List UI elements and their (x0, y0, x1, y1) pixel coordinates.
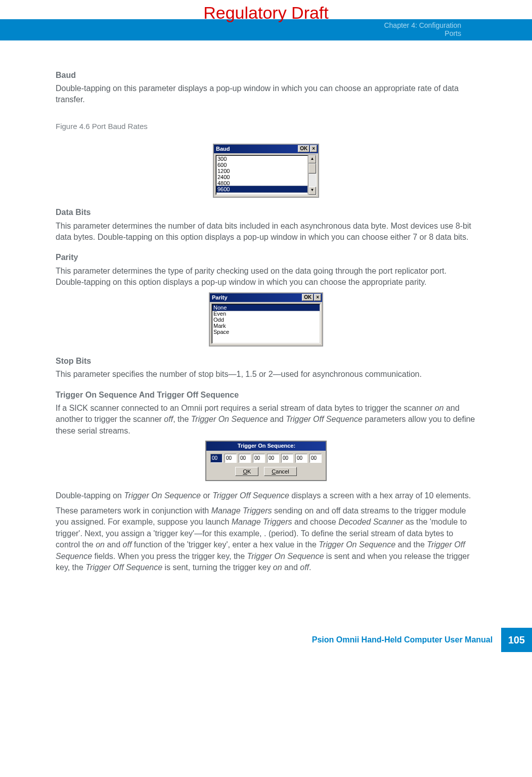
hex-input[interactable] (295, 454, 307, 463)
databits-heading: Data Bits (56, 207, 476, 218)
close-button[interactable]: × (314, 294, 321, 301)
trigger-after-p2: These parameters work in conjunction wit… (56, 505, 476, 573)
trigger-heading: Trigger On Sequence And Trigger Off Sequ… (56, 390, 476, 401)
list-item[interactable]: Mark (212, 323, 320, 329)
section-label: Ports (445, 29, 461, 37)
stopbits-text: This parameter specifies the number of s… (56, 369, 476, 380)
baud-titlebar: Baud OK × (214, 145, 318, 153)
hex-input[interactable] (267, 454, 279, 463)
baud-text: Double-tapping on this parameter display… (56, 83, 476, 106)
stopbits-heading: Stop Bits (56, 356, 476, 367)
list-item[interactable]: 300 (216, 156, 307, 162)
baud-dialog: Baud OK × 300 600 1200 2400 4800 9600 ▲ … (213, 144, 319, 198)
trigger-text1: If a SICK scanner connected to an Omnii … (56, 403, 476, 437)
hex-row (206, 451, 326, 466)
list-item[interactable]: Odd (212, 317, 320, 323)
close-button[interactable]: × (310, 145, 317, 152)
scroll-up-icon[interactable]: ▲ (308, 155, 316, 163)
databits-text: This parameter determines the number of … (56, 221, 476, 243)
page-number: 105 (501, 628, 532, 652)
trigger-dialog: Trigger On Sequence: OK Cancel (205, 441, 327, 481)
parity-text: This parameter determines the type of pa… (56, 266, 476, 288)
list-item[interactable]: 600 (216, 162, 307, 168)
hex-input[interactable] (281, 454, 293, 463)
ok-button[interactable]: OK (302, 294, 314, 301)
list-item[interactable]: 9600 (216, 186, 308, 193)
baud-title: Baud (215, 145, 297, 153)
baud-listbox[interactable]: 300 600 1200 2400 4800 9600 ▲ ▼ (215, 155, 317, 195)
trigger-title: Trigger On Sequence: (207, 442, 325, 450)
list-item[interactable]: None (212, 304, 320, 311)
scroll-track[interactable] (308, 174, 316, 187)
footer-text: Psion Omnii Hand-Held Computer User Manu… (312, 634, 493, 645)
ok-button[interactable]: OK (235, 467, 258, 476)
hex-input[interactable] (253, 454, 265, 463)
hex-input[interactable] (210, 454, 223, 463)
parity-dialog: Parity OK × None Even Odd Mark Space (209, 292, 323, 347)
parity-titlebar: Parity OK × (210, 293, 322, 302)
parity-listbox[interactable]: None Even Odd Mark Space (211, 304, 321, 344)
trigger-after-p1: Double-tapping on Trigger On Sequence or… (56, 490, 476, 501)
parity-title: Parity (211, 294, 301, 301)
ok-button[interactable]: OK (298, 145, 309, 152)
list-item[interactable]: 1200 (216, 168, 307, 174)
list-item[interactable]: 2400 (216, 174, 307, 180)
scroll-thumb[interactable] (308, 163, 316, 174)
scroll-down-icon[interactable]: ▼ (308, 187, 316, 195)
hex-input[interactable] (309, 454, 322, 463)
list-item[interactable]: Space (212, 329, 320, 335)
hex-input[interactable] (239, 454, 251, 463)
hex-input[interactable] (225, 454, 237, 463)
regulatory-draft-banner: Regulatory Draft (0, 0, 532, 25)
baud-heading: Baud (56, 70, 476, 81)
figure-caption: Figure 4.6 Port Baud Rates (56, 121, 476, 132)
list-item[interactable]: Even (212, 311, 320, 317)
footer: Psion Omnii Hand-Held Computer User Manu… (0, 628, 532, 652)
cancel-button[interactable]: Cancel (264, 467, 296, 476)
scrollbar[interactable]: ▲ ▼ (308, 155, 316, 195)
parity-heading: Parity (56, 252, 476, 263)
trigger-titlebar: Trigger On Sequence: (206, 442, 326, 450)
